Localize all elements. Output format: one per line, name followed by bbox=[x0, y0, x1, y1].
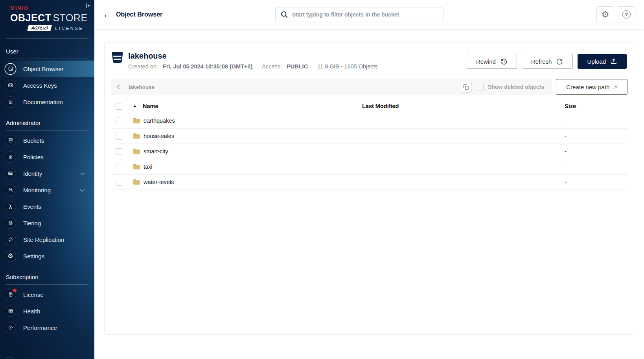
sidebar-item-settings[interactable]: ⚙ Settings bbox=[0, 248, 94, 264]
table-row[interactable]: house-sales - bbox=[111, 129, 627, 144]
rewind-icon bbox=[500, 58, 508, 65]
sidebar-section-subscription: Subscription License Health Performance bbox=[0, 274, 94, 336]
sidebar-item-site-replication[interactable]: Site Replication bbox=[0, 231, 94, 248]
divider bbox=[6, 38, 88, 39]
search-input[interactable] bbox=[275, 7, 443, 22]
back-arrow-icon[interactable]: ← bbox=[103, 11, 111, 18]
upload-button[interactable]: Upload bbox=[578, 54, 627, 69]
sidebar-item-license[interactable]: License bbox=[0, 286, 94, 303]
row-checkbox[interactable] bbox=[116, 164, 122, 170]
chevron-down-icon bbox=[80, 171, 85, 175]
sidebar-item-events[interactable]: λ Events bbox=[0, 198, 94, 215]
sidebar-section-administrator: Administrator Buckets Policies Identity … bbox=[0, 120, 94, 264]
performance-icon bbox=[5, 322, 16, 333]
object-size: - bbox=[565, 133, 627, 139]
sidebar-item-label: Access Keys bbox=[23, 82, 57, 89]
main-area: ← Object Browser ⚙ ? bbox=[94, 0, 644, 359]
sidebar-item-label: Buckets bbox=[23, 137, 44, 144]
app-logo: MINIO OBJECTSTORE AGPLv3 LICENSE bbox=[0, 0, 94, 31]
minio-brand: MINIO bbox=[10, 5, 83, 11]
section-label: Administrator bbox=[0, 120, 94, 130]
collapse-sidebar-icon[interactable] bbox=[85, 2, 92, 11]
divider bbox=[6, 59, 88, 59]
tiering-icon bbox=[5, 218, 16, 228]
refresh-button[interactable]: Refresh bbox=[522, 54, 573, 69]
path-back-button[interactable] bbox=[111, 79, 127, 95]
folder-icon bbox=[133, 149, 140, 154]
upload-icon bbox=[610, 58, 617, 65]
table-row[interactable]: smart-city - bbox=[111, 144, 627, 159]
current-path: lakehouse bbox=[127, 84, 460, 90]
sidebar-item-label: Tiering bbox=[23, 220, 41, 226]
table-row[interactable]: taxi - bbox=[111, 159, 627, 175]
sidebar-item-health[interactable]: Health bbox=[0, 303, 94, 319]
column-last-modified[interactable]: Last Modified bbox=[350, 103, 565, 109]
bucket-meta: Created on: Fri, Jul 05 2024 10:35:08 (G… bbox=[128, 63, 378, 70]
rewind-button[interactable]: Rewind bbox=[467, 54, 517, 69]
monitoring-icon bbox=[5, 185, 16, 195]
row-checkbox[interactable] bbox=[116, 133, 122, 140]
bucket-card: lakehouse Created on: Fri, Jul 05 2024 1… bbox=[104, 42, 634, 335]
select-all-checkbox[interactable] bbox=[116, 103, 122, 110]
section-label: User bbox=[0, 48, 94, 59]
sidebar-item-label: Policies bbox=[23, 154, 44, 160]
help-icon: ? bbox=[622, 10, 631, 18]
table-row[interactable]: earthquakes - bbox=[111, 113, 627, 129]
sidebar-item-label: Performance bbox=[23, 324, 57, 331]
sort-ascending-icon bbox=[133, 105, 136, 107]
settings-icon: ⚙ bbox=[5, 251, 16, 261]
sidebar-item-performance[interactable]: Performance bbox=[0, 319, 94, 336]
sidebar-section-user: User Object Browser Access Keys Document… bbox=[0, 48, 94, 110]
sidebar-item-monitoring[interactable]: Monitoring bbox=[0, 182, 94, 198]
table-row[interactable]: water-levels - bbox=[111, 175, 627, 190]
objects-table: Name Last Modified Size earthquakes - ho… bbox=[111, 99, 627, 190]
refresh-icon bbox=[556, 58, 563, 65]
buckets-icon bbox=[5, 135, 16, 146]
search-box bbox=[275, 7, 443, 22]
settings-button[interactable]: ⚙ bbox=[596, 6, 614, 22]
row-checkbox[interactable] bbox=[116, 148, 122, 155]
topbar-actions: ⚙ ? bbox=[596, 6, 635, 22]
column-size[interactable]: Size bbox=[565, 103, 627, 109]
chevron-down-icon bbox=[80, 187, 85, 191]
sidebar-item-identity[interactable]: Identity bbox=[0, 165, 94, 182]
sidebar-item-label: License bbox=[23, 291, 44, 298]
health-icon bbox=[5, 306, 16, 317]
object-name: smart-city bbox=[144, 148, 168, 155]
sidebar-item-buckets[interactable]: Buckets bbox=[0, 132, 94, 149]
gear-icon: ⚙ bbox=[602, 10, 609, 19]
identity-icon bbox=[5, 168, 16, 179]
sidebar-item-policies[interactable]: Policies bbox=[0, 149, 94, 165]
created-value: Fri, Jul 05 2024 10:35:08 (GMT+2) bbox=[163, 63, 252, 70]
bucket-header: lakehouse Created on: Fri, Jul 05 2024 1… bbox=[111, 48, 627, 75]
back-navigation[interactable]: ← Object Browser bbox=[103, 11, 221, 18]
access-value: PUBLIC bbox=[287, 63, 308, 70]
column-name[interactable]: Name bbox=[128, 103, 350, 109]
content: lakehouse Created on: Fri, Jul 05 2024 1… bbox=[94, 29, 644, 359]
sidebar-item-label: Settings bbox=[23, 253, 44, 260]
copy-path-button[interactable] bbox=[460, 81, 472, 93]
folder-icon bbox=[133, 133, 140, 139]
sidebar-item-object-browser[interactable]: Object Browser bbox=[0, 61, 94, 77]
bucket-stats: 11.8 GiB - 1605 Objects bbox=[317, 63, 378, 70]
row-checkbox[interactable] bbox=[116, 118, 122, 124]
sidebar-item-documentation[interactable]: Documentation bbox=[0, 94, 94, 110]
show-deleted-checkbox[interactable] bbox=[477, 84, 484, 90]
page-title: Object Browser bbox=[116, 11, 162, 18]
sidebar-item-tiering[interactable]: Tiering bbox=[0, 215, 94, 231]
show-deleted-toggle[interactable]: Show deleted objects bbox=[477, 84, 552, 90]
sidebar-menu: User Object Browser Access Keys Document… bbox=[0, 48, 94, 336]
license-icon bbox=[5, 289, 16, 300]
bucket-name: lakehouse bbox=[128, 52, 378, 61]
object-name: house-sales bbox=[144, 133, 174, 139]
folder-icon bbox=[133, 118, 140, 123]
object-size: - bbox=[565, 118, 627, 124]
path-bar: lakehouse Show deleted objects Create ne… bbox=[111, 79, 627, 95]
help-button[interactable]: ? bbox=[618, 6, 635, 22]
row-checkbox[interactable] bbox=[116, 179, 122, 186]
topbar: ← Object Browser ⚙ ? bbox=[94, 0, 644, 29]
object-name: earthquakes bbox=[144, 118, 175, 124]
sidebar-item-access-keys[interactable]: Access Keys bbox=[0, 77, 94, 94]
new-path-icon: :// bbox=[613, 84, 617, 90]
create-new-path-button[interactable]: Create new path :// bbox=[556, 79, 627, 95]
